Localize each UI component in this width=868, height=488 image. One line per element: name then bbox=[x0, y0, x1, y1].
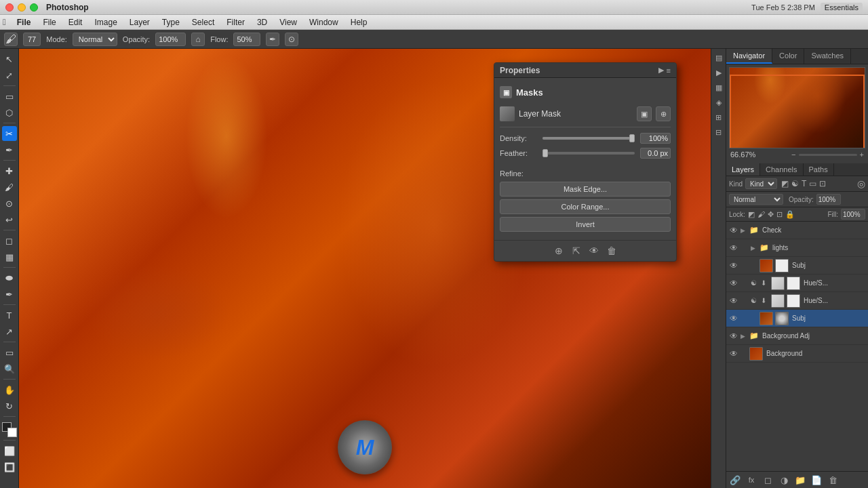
lock-image-icon[interactable]: 🖌 bbox=[757, 210, 765, 218]
fill-value[interactable] bbox=[841, 209, 865, 220]
minimize-button[interactable] bbox=[18, 3, 26, 12]
apply-icon[interactable]: ⊕ bbox=[553, 245, 565, 257]
filter-shape-icon[interactable]: ▭ bbox=[809, 179, 816, 188]
visibility-icon[interactable]: 👁 bbox=[588, 245, 600, 257]
properties-expand-icon[interactable]: ▶ bbox=[658, 66, 664, 75]
menu-layer[interactable]: Layer bbox=[124, 16, 155, 28]
brush-tool-icon[interactable]: 🖌 bbox=[4, 33, 18, 46]
gradient-tool[interactable]: ▦ bbox=[2, 249, 17, 264]
feather-value[interactable]: 0.0 px bbox=[640, 148, 671, 159]
rs-button-2[interactable]: ▶ bbox=[713, 66, 725, 79]
text-tool[interactable]: T bbox=[2, 308, 17, 323]
tab-channels[interactable]: Channels bbox=[760, 163, 803, 176]
feather-slider[interactable] bbox=[542, 152, 635, 155]
menu-photoshop[interactable]: File bbox=[12, 16, 37, 28]
rs-button-3[interactable]: ▦ bbox=[713, 81, 725, 94]
menu-3d[interactable]: 3D bbox=[252, 16, 273, 28]
lock-position-icon[interactable]: ✥ bbox=[768, 210, 774, 219]
healing-tool[interactable]: ✚ bbox=[2, 163, 17, 178]
rotate-view-tool[interactable]: ↻ bbox=[2, 399, 17, 413]
density-slider[interactable] bbox=[542, 137, 635, 140]
nav-viewbox[interactable] bbox=[730, 75, 865, 148]
filter-text-icon[interactable]: T bbox=[802, 179, 806, 188]
layer-subj-active[interactable]: 👁 Subj bbox=[726, 310, 868, 327]
brush-tool[interactable]: 🖌 bbox=[2, 180, 17, 195]
layer-arrow-lights[interactable]: ▶ bbox=[751, 245, 757, 251]
hand-tool[interactable]: ✋ bbox=[2, 382, 17, 397]
zoom-out-icon[interactable]: − bbox=[791, 150, 795, 159]
tab-swatches[interactable]: Swatches bbox=[804, 49, 851, 64]
menu-window[interactable]: Window bbox=[304, 16, 344, 28]
menu-select[interactable]: Select bbox=[186, 16, 220, 28]
screen-mode[interactable]: 🔳 bbox=[2, 460, 17, 474]
add-pixel-mask-btn[interactable]: ▣ bbox=[637, 106, 652, 121]
nav-zoom-slider[interactable] bbox=[799, 154, 857, 156]
tab-navigator[interactable]: Navigator bbox=[726, 49, 772, 64]
layer-lights[interactable]: 👁 ▶ 📁 lights bbox=[726, 239, 868, 257]
menu-help[interactable]: Help bbox=[345, 16, 373, 28]
tab-layers[interactable]: Layers bbox=[726, 163, 760, 176]
filter-smart-icon[interactable]: ⊡ bbox=[819, 179, 826, 188]
dodge-tool[interactable]: ⬬ bbox=[2, 270, 17, 285]
layer-hue2[interactable]: 👁 ☯ ⬇ Hue/S... bbox=[726, 292, 868, 310]
menu-image[interactable]: Image bbox=[89, 16, 122, 28]
filter-toggle[interactable]: ◎ bbox=[857, 178, 865, 189]
opacity-value[interactable] bbox=[816, 194, 841, 205]
feather-thumb[interactable] bbox=[542, 149, 548, 157]
marquee-tool[interactable]: ▭ bbox=[2, 89, 17, 104]
menu-filter[interactable]: Filter bbox=[221, 16, 250, 28]
clone-source-icon[interactable]: ⊙ bbox=[285, 33, 298, 46]
lock-transparent-icon[interactable]: ◩ bbox=[748, 210, 755, 219]
add-mask-btn[interactable]: ◻ bbox=[762, 474, 774, 486]
layer-bg-adj[interactable]: 👁 ▶ 📁 Background Adj bbox=[726, 327, 868, 345]
rs-button-6[interactable]: ⊟ bbox=[713, 126, 725, 138]
rs-button-5[interactable]: ⊞ bbox=[713, 111, 725, 123]
close-button[interactable] bbox=[5, 3, 14, 12]
opacity-input[interactable] bbox=[155, 33, 186, 46]
layer-arrow-check[interactable]: ▶ bbox=[741, 227, 747, 234]
filter-adjust-icon[interactable]: ☯ bbox=[791, 179, 799, 188]
artboard-tool[interactable]: ⤢ bbox=[2, 68, 17, 83]
background-color[interactable] bbox=[7, 428, 17, 437]
history-brush-tool[interactable]: ↩ bbox=[2, 212, 17, 227]
density-thumb[interactable] bbox=[629, 134, 635, 142]
select-icon[interactable]: ⇱ bbox=[570, 245, 583, 257]
menu-file[interactable]: File bbox=[37, 16, 61, 28]
blend-mode-select[interactable]: Normal bbox=[729, 194, 783, 205]
rs-button-1[interactable]: ▤ bbox=[713, 52, 725, 64]
invert-button[interactable]: Invert bbox=[500, 217, 671, 232]
lasso-tool[interactable]: ⬡ bbox=[2, 105, 17, 120]
tablet-icon[interactable]: ✒ bbox=[266, 33, 279, 46]
properties-menu-icon[interactable]: ≡ bbox=[667, 66, 671, 75]
fx-btn[interactable]: fx bbox=[745, 474, 757, 486]
add-vector-mask-btn[interactable]: ⊕ bbox=[656, 106, 671, 121]
layer-background[interactable]: 👁 Background bbox=[726, 345, 868, 363]
link-layers-btn[interactable]: 🔗 bbox=[729, 474, 741, 486]
zoom-in-icon[interactable]: + bbox=[860, 150, 864, 159]
move-tool[interactable]: ↖ bbox=[2, 52, 17, 66]
zoom-tool[interactable]: 🔍 bbox=[2, 361, 17, 376]
layer-vis-check[interactable]: 👁 bbox=[729, 226, 738, 235]
apple-menu[interactable]:  bbox=[3, 17, 6, 27]
layer-check[interactable]: 👁 ▶ 📁 Check bbox=[726, 222, 868, 239]
layer-vis-lights[interactable]: 👁 bbox=[729, 243, 738, 253]
kind-select[interactable]: Kind bbox=[745, 178, 777, 189]
layer-vis-subj1[interactable]: 👁 bbox=[729, 261, 738, 270]
mode-select[interactable]: Normal bbox=[73, 33, 117, 46]
delete-icon[interactable]: 🗑 bbox=[606, 245, 618, 257]
color-range-button[interactable]: Color Range... bbox=[500, 199, 671, 214]
layer-hue1[interactable]: 👁 ☯ ⬇ Hue/S... bbox=[726, 274, 868, 292]
delete-layer-btn[interactable]: 🗑 bbox=[827, 474, 839, 486]
layer-subj-1[interactable]: 👁 Subj bbox=[726, 257, 868, 274]
fg-bg-colors[interactable] bbox=[2, 422, 17, 437]
new-group-btn[interactable]: 📁 bbox=[794, 474, 806, 486]
layer-vis-bg[interactable]: 👁 bbox=[729, 349, 738, 359]
layer-vis-bgadj[interactable]: 👁 bbox=[729, 331, 738, 341]
menu-edit[interactable]: Edit bbox=[63, 16, 88, 28]
density-value[interactable]: 100% bbox=[640, 133, 671, 144]
adjustment-layer-btn[interactable]: ◑ bbox=[778, 474, 790, 486]
eraser-tool[interactable]: ◻ bbox=[2, 233, 17, 248]
quick-mask-toggle[interactable]: ⬜ bbox=[2, 443, 17, 458]
menu-view[interactable]: View bbox=[274, 16, 302, 28]
tab-paths[interactable]: Paths bbox=[804, 163, 834, 176]
